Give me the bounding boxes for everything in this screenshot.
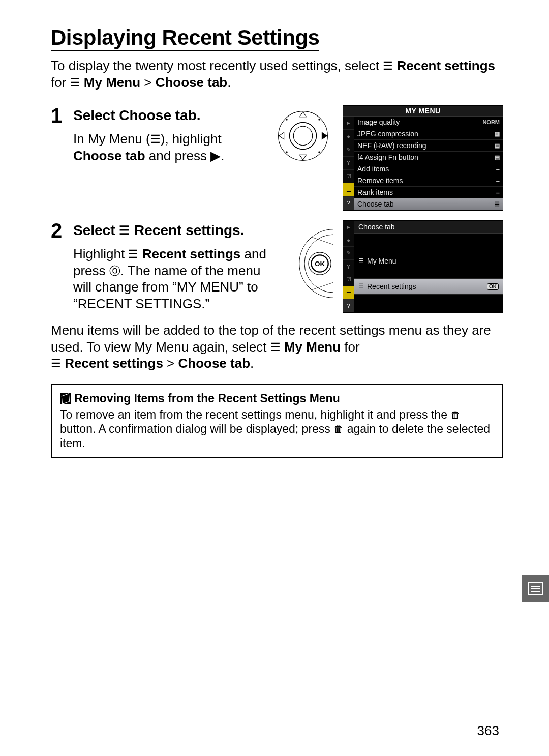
- svg-point-7: [286, 119, 287, 120]
- svg-point-9: [286, 151, 287, 153]
- ok-button-diagram: OK: [283, 220, 333, 307]
- multi-selector-diagram: [272, 105, 333, 166]
- menu-item: JPEG compression▦: [354, 128, 503, 140]
- menu-item: Add items--: [354, 163, 503, 175]
- page-title: Displaying Recent Settings: [51, 25, 319, 51]
- mymenu-icon: ☰: [150, 132, 161, 147]
- submenu-item: ☰ My Menu: [354, 253, 503, 269]
- ok-badge: OK: [487, 283, 499, 290]
- step-2-desc: Highlight ☰ Recent settings and press ⓞ.…: [73, 246, 273, 312]
- divider: [51, 100, 503, 100]
- menu-screenshot-choose-tab: ▸ ● ✎ Y ☑ ☰ ? Choose tab ☰ My Menu: [343, 220, 503, 313]
- step-2: 2 Select ☰ Recent settings. Highlight ☰ …: [51, 220, 503, 313]
- tab-icon: ●: [343, 130, 354, 143]
- tab-icon: ?: [343, 299, 354, 312]
- recent-icon: ☰: [383, 59, 393, 73]
- tab-icon: ☑: [343, 273, 354, 286]
- recent-icon: ☰: [51, 357, 61, 371]
- svg-point-2: [293, 126, 312, 145]
- page-number: 363: [477, 723, 499, 739]
- tab-icon: ?: [343, 197, 354, 210]
- note-box: Removing Items from the Recent Settings …: [51, 384, 503, 458]
- menu-item: Rank items--: [354, 187, 503, 198]
- mymenu-icon: ☰: [270, 340, 281, 355]
- submenu-title: Choose tab: [354, 221, 503, 234]
- menu-item: NEF (RAW) recording▤: [354, 140, 503, 152]
- pencil-icon: [60, 393, 71, 404]
- step-1-desc: In My Menu (☰), highlight Choose tab and…: [73, 131, 263, 164]
- recent-icon: ☰: [119, 223, 130, 238]
- tab-icon: ▸: [343, 221, 354, 234]
- submenu-item-highlighted: ☰ Recent settings OK: [354, 279, 503, 295]
- svg-text:OK: OK: [315, 260, 325, 268]
- menu-item-highlighted: Choose tab☰: [354, 198, 503, 210]
- tab-icon: ▸: [343, 117, 354, 130]
- tab-icon: ☑: [343, 170, 354, 183]
- menu-item: f4 Assign Fn button▤: [354, 152, 503, 163]
- tab-icon: ✎: [343, 143, 354, 157]
- ok-icon: ⓞ: [109, 264, 120, 278]
- trash-icon: 🗑: [333, 423, 344, 435]
- intro-paragraph: To display the twenty most recently used…: [51, 57, 503, 91]
- mymenu-icon: ☰: [70, 76, 80, 90]
- menu-item: Remove items--: [354, 175, 503, 187]
- svg-point-10: [318, 151, 320, 153]
- menu-item: Image qualityNORM: [354, 117, 503, 128]
- right-triangle-icon: ▶: [210, 148, 221, 164]
- step-2-title: Select ☰ Recent settings.: [73, 222, 273, 239]
- tab-icon: ✎: [343, 247, 354, 260]
- divider: [51, 215, 503, 215]
- step-number: 2: [51, 220, 73, 241]
- tab-icon: Y: [343, 260, 354, 273]
- tab-icon-selected: ☰: [343, 286, 354, 300]
- side-tab-icon: [522, 575, 549, 602]
- tab-icon-selected: ☰: [343, 183, 354, 196]
- closing-paragraph: Menu items will be added to the top of t…: [51, 322, 503, 372]
- note-body: To remove an item from the recent settin…: [60, 408, 494, 450]
- svg-point-8: [318, 119, 320, 120]
- mymenu-icon: ☰: [358, 257, 364, 265]
- trash-icon: 🗑: [450, 409, 461, 421]
- menu-screenshot-mymenu: MY MENU ▸ ● ✎ Y ☑ ☰ ? Image qualityNORM: [343, 105, 503, 211]
- step-number: 1: [51, 105, 73, 126]
- step-1-title: Select Choose tab.: [73, 107, 263, 124]
- tab-icon: ●: [343, 234, 354, 247]
- recent-icon: ☰: [358, 283, 364, 290]
- step-1: 1 Select Choose tab. In My Menu (☰), hig…: [51, 105, 503, 211]
- recent-icon: ☰: [128, 247, 138, 261]
- note-heading: Removing Items from the Recent Settings …: [60, 391, 494, 405]
- menu-title: MY MENU: [343, 106, 503, 117]
- tab-icon: Y: [343, 157, 354, 170]
